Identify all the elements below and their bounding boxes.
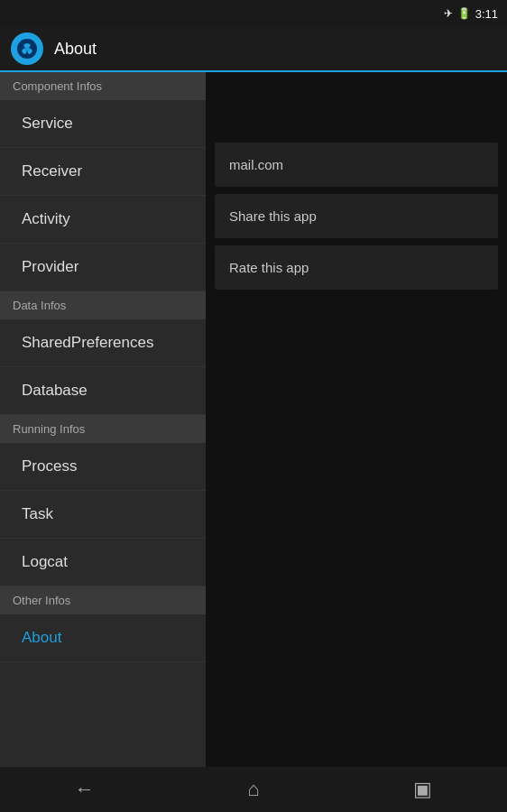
rate-row[interactable]: Rate this app [215, 245, 498, 290]
sidebar-item-provider[interactable]: Provider [0, 244, 206, 291]
section-header-running-infos: Running Infos [0, 415, 206, 443]
main-layout: Component Infos Service Receiver Activit… [0, 72, 507, 767]
share-row[interactable]: Share this app [215, 194, 498, 238]
email-row: mail.com [215, 143, 498, 187]
sidebar-item-database[interactable]: Database [0, 367, 206, 415]
sidebar-item-shared-preferences[interactable]: SharedPreferences [0, 319, 206, 367]
section-header-component-infos: Component Infos [0, 72, 206, 100]
bottom-bar: ← ⌂ ▣ [0, 767, 507, 812]
section-header-other-infos: Other Infos [0, 586, 206, 614]
sidebar-item-service[interactable]: Service [0, 100, 206, 148]
battery-icon: 🔋 [457, 7, 471, 20]
status-icons: ✈ 🔋 3:11 [444, 7, 498, 21]
sidebar-item-about[interactable]: About [0, 614, 206, 662]
status-time: 3:11 [475, 7, 498, 21]
content-area: mail.com Share this app Rate this app [206, 72, 507, 767]
logo-icon [16, 38, 38, 60]
sidebar: Component Infos Service Receiver Activit… [0, 72, 206, 767]
sidebar-item-process[interactable]: Process [0, 443, 206, 491]
home-button[interactable]: ⌂ [226, 771, 281, 807]
sidebar-item-task[interactable]: Task [0, 491, 206, 539]
app-bar: About [0, 27, 507, 72]
sidebar-item-activity[interactable]: Activity [0, 196, 206, 244]
back-button[interactable]: ← [58, 771, 112, 807]
sidebar-item-receiver[interactable]: Receiver [0, 148, 206, 196]
sidebar-item-logcat[interactable]: Logcat [0, 539, 206, 586]
app-logo [11, 32, 43, 65]
recents-button[interactable]: ▣ [395, 771, 449, 807]
airplane-mode-icon: ✈ [444, 7, 453, 20]
app-title: About [54, 40, 97, 59]
section-header-data-infos: Data Infos [0, 291, 206, 319]
status-bar: ✈ 🔋 3:11 [0, 0, 507, 27]
